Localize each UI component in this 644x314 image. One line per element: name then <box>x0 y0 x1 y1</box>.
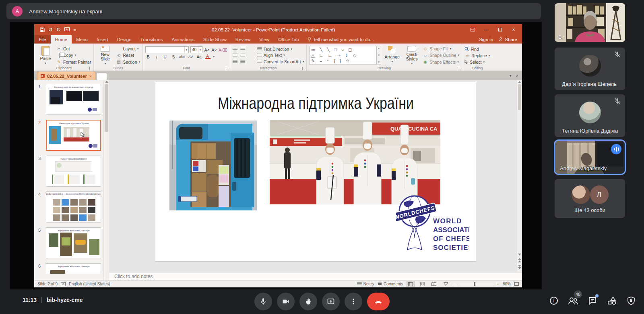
increase-font-icon[interactable]: A˄ <box>204 48 210 52</box>
decrease-font-icon[interactable]: A˅ <box>211 48 217 52</box>
save-icon[interactable] <box>40 27 45 32</box>
start-slideshow-icon[interactable] <box>64 27 70 32</box>
shape-fill-button[interactable]: ◇Shape Fill▾ <box>423 46 459 51</box>
copy-button[interactable]: Copy▾ <box>56 53 91 58</box>
character-spacing-button[interactable]: AV <box>188 55 194 59</box>
zoom-slider-handle[interactable] <box>474 282 475 286</box>
tab-office-tab[interactable]: Office Tab <box>274 35 303 44</box>
comments-toggle-button[interactable]: Comments <box>378 282 403 286</box>
microphone-button[interactable] <box>254 293 272 310</box>
tab-home[interactable]: Home <box>51 35 72 44</box>
spell-check-icon[interactable]: ✗ <box>61 282 66 286</box>
tab-slideshow[interactable]: Slide Show <box>199 35 231 44</box>
show-people-button[interactable]: 48 <box>568 295 579 306</box>
minimize-button[interactable]: – <box>480 25 492 34</box>
more-options-button[interactable] <box>345 293 362 310</box>
replace-button[interactable]: abReplace▾ <box>464 53 490 58</box>
zoom-level[interactable]: 80% <box>503 282 511 286</box>
meeting-details-button[interactable]: i <box>548 295 559 306</box>
indent-decrease-icon[interactable] <box>233 54 237 57</box>
scroll-up-icon[interactable] <box>105 81 108 83</box>
slide-thumbnail-1[interactable]: 1 Усунення росії від міжнародних структу… <box>34 84 103 115</box>
raise-hand-button[interactable] <box>299 293 317 310</box>
slide-thumbnail-4[interactable]: 4 Шефи проти війни – звернення до Metro … <box>34 191 103 223</box>
share-button[interactable]: Share <box>499 37 517 42</box>
slide-scroll-up-icon[interactable] <box>518 81 521 83</box>
shape-outline-button[interactable]: ▱Shape Outline▾ <box>423 53 459 58</box>
numbering-icon[interactable] <box>240 47 245 50</box>
slide-scrollbar-thumb[interactable] <box>518 84 521 110</box>
shapes-gallery-scrollbar[interactable]: ▲▼▼ <box>377 46 381 64</box>
font-dialog-launcher[interactable] <box>226 67 229 70</box>
notes-pane[interactable]: Click to add notes <box>109 272 522 280</box>
section-button[interactable]: ▤Section▾ <box>116 59 140 64</box>
new-document-tab[interactable] <box>97 73 107 80</box>
qat-customize-icon[interactable]: ≂ <box>73 28 76 32</box>
tab-insert[interactable]: Insert <box>92 35 113 44</box>
format-painter-button[interactable]: ✎Format Painter <box>56 59 91 64</box>
slideshow-view-button[interactable] <box>442 281 450 287</box>
more-participants-tile[interactable]: Л Ще 43 особи <box>555 179 625 218</box>
slide-sorter-view-button[interactable] <box>418 281 426 287</box>
zoom-out-button[interactable]: − <box>453 282 456 286</box>
clear-formatting-icon[interactable]: A⌫ <box>219 48 227 52</box>
tab-file[interactable]: File <box>34 35 51 44</box>
participant-tile[interactable]: Дар`я Ігорівна Шепель <box>555 48 625 90</box>
thumbnail-scrollbar[interactable] <box>103 80 109 280</box>
layout-button[interactable]: Layout▾ <box>116 46 140 51</box>
bullets-icon[interactable] <box>233 47 237 50</box>
present-screen-button[interactable] <box>322 293 340 310</box>
thumbnail-scrollbar-thumb[interactable] <box>105 84 108 132</box>
host-controls-button[interactable] <box>625 295 637 306</box>
previous-slide-button[interactable] <box>518 258 521 262</box>
sign-in-link[interactable]: Sign in <box>479 37 493 42</box>
new-slide-button[interactable]: New Slide▾ <box>96 45 114 65</box>
slide-title[interactable]: Міжнародна підтримка України <box>155 94 476 112</box>
close-button[interactable]: × <box>508 25 520 34</box>
notes-toggle-button[interactable]: Notes <box>357 282 374 286</box>
slide-thumbnail-2-selected[interactable]: 2 Міжнародна підтримка України <box>34 120 103 151</box>
language-status[interactable]: English (United States) <box>69 282 110 286</box>
select-button[interactable]: Select▾ <box>464 59 490 64</box>
tab-design[interactable]: Design <box>113 35 136 44</box>
slide-area-scrollbar[interactable] <box>516 80 522 272</box>
photo-aid-van[interactable] <box>169 121 257 210</box>
slide-thumbnail-3[interactable]: 3 Проект працевлаштування <box>34 156 103 187</box>
slide-thumbnail-6[interactable]: 6 Харчування військових, біженців <box>34 263 103 274</box>
slide-canvas[interactable]: Міжнародна підтримка України <box>155 82 476 262</box>
quick-styles-button[interactable]: Quick Styles▾ <box>403 45 421 65</box>
shadow-button[interactable]: S <box>171 54 176 59</box>
end-call-button[interactable] <box>367 293 390 310</box>
line-spacing-icon[interactable] <box>240 60 245 64</box>
activities-button[interactable] <box>606 295 617 306</box>
fit-slide-to-window-button[interactable] <box>514 282 519 286</box>
document-tab[interactable]: P 02.05.22_Volunteer × <box>37 72 95 80</box>
align-left-icon[interactable] <box>233 60 237 64</box>
participant-tile-self-video[interactable]: Ви <box>555 3 625 42</box>
text-direction-button[interactable]: Text Direction▾ <box>257 46 304 52</box>
chat-button[interactable] <box>587 295 598 306</box>
reading-view-button[interactable] <box>430 281 438 287</box>
align-text-button[interactable]: Align Text▾ <box>257 52 304 58</box>
bold-button[interactable]: B <box>145 54 151 59</box>
ribbon-display-options-button[interactable] <box>466 25 479 34</box>
find-button[interactable]: Find <box>464 46 490 52</box>
italic-button[interactable]: I <box>154 55 159 59</box>
slide-scroll-down-icon[interactable] <box>518 254 521 256</box>
font-color-button[interactable]: A <box>205 54 211 59</box>
tab-review[interactable]: Review <box>231 35 255 44</box>
normal-view-button[interactable] <box>407 281 415 287</box>
photo-chefs-exhibition[interactable]: QUALI CUCINA CA <box>270 120 440 204</box>
font-name-combo[interactable]: ▾ <box>145 46 189 53</box>
tab-bar-close-icon[interactable]: × <box>516 74 518 79</box>
tab-transitions[interactable]: Transitions <box>136 35 167 44</box>
tab-view[interactable]: View <box>255 35 274 44</box>
camera-button[interactable] <box>277 293 295 310</box>
change-case-button[interactable]: Aa <box>196 55 202 59</box>
clipboard-dialog-launcher[interactable] <box>89 67 93 70</box>
paragraph-dialog-launcher[interactable] <box>302 67 305 70</box>
next-slide-button[interactable] <box>518 265 521 269</box>
zoom-slider[interactable] <box>459 284 493 284</box>
indent-increase-icon[interactable] <box>240 54 245 57</box>
convert-smartart-button[interactable]: Convert to SmartArt▾ <box>257 58 304 64</box>
